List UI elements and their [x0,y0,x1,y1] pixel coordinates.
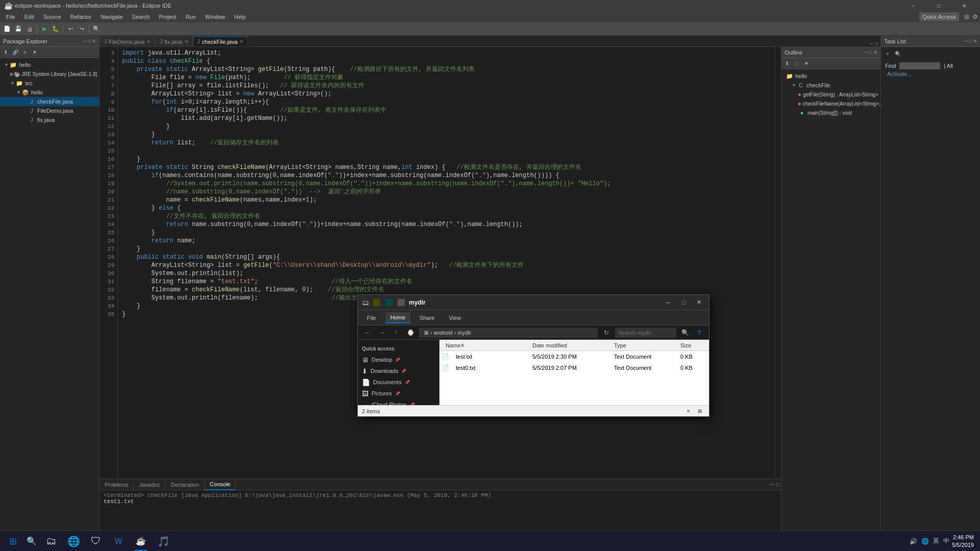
outline-minimize[interactable]: ─ [865,49,868,55]
menu-edit[interactable]: Edit [20,13,38,21]
menu-search[interactable]: Search [128,13,154,21]
tree-item-jre[interactable]: ▶ 📚 JRE System Library [JavaSE-1.8] [0,69,99,79]
editor-maximize[interactable]: □ [875,41,878,46]
outline-checkfile-class[interactable]: ▼ C checkFile [781,81,880,90]
start-button[interactable]: ⊞ [2,531,23,552]
tree-item-fix[interactable]: J fix.java [0,115,99,124]
fe-col-name[interactable]: Name ∧ [442,342,528,348]
toolbar-undo[interactable]: ↩ [65,24,76,34]
panel-maximize-btn[interactable]: □ [88,38,91,44]
close-button[interactable]: ✕ [952,0,976,11]
fe-view-details[interactable]: ≡ [683,407,694,416]
tab-close-filedemo[interactable]: ✕ [146,39,151,44]
fe-refresh-btn[interactable]: ↻ [601,327,612,338]
fe-tab-home[interactable]: Home [385,312,410,323]
tab-javadoc[interactable]: Javadoc [134,479,165,490]
fe-forward-btn[interactable]: → [376,327,387,338]
tab-fix[interactable]: J fix.java ✕ [155,36,192,46]
fe-up-btn[interactable]: ↑ [390,327,402,338]
outline-main[interactable]: ● main(String[]) : void [781,108,880,117]
toolbar-search[interactable]: 🔍 [91,24,102,34]
tab-close-checkfile[interactable]: ✕ [239,39,243,44]
pkg-collapse[interactable]: ⬆ [1,48,10,57]
tray-volume[interactable]: 🔊 [908,538,919,545]
fe-col-type[interactable]: Type [610,342,676,348]
fe-minimize-btn[interactable]: ─ [662,298,674,307]
fe-back-btn[interactable]: ← [362,327,373,338]
fe-help-btn[interactable]: ? [694,327,705,338]
outline-checkfilename[interactable]: ● checkFileName(ArrayList<String>, Str..… [781,99,880,108]
quick-access-box[interactable]: Quick Access [919,12,959,21]
tab-console[interactable]: Console [205,479,236,490]
menu-help[interactable]: Help [230,13,250,21]
fe-sidebar-downloads[interactable]: ⬇ Downloads 📌 [358,365,439,377]
fe-col-size[interactable]: Size [676,342,707,348]
fe-sidebar-desktop[interactable]: 🖥 Desktop 📌 [358,354,439,365]
bottom-panel-maximize[interactable]: □ [776,482,779,487]
editor-minimize[interactable]: ─ [870,41,873,46]
fe-sidebar-documents[interactable]: 📄 Documents 📌 [358,377,439,388]
taskbar-search-btn[interactable]: 🔍 [23,531,40,552]
outline-hello[interactable]: 📁 hello [781,71,880,81]
toolbar-redo[interactable]: ↪ [77,24,87,34]
pkg-link[interactable]: 🔗 [11,48,20,57]
tasklist-maximize[interactable]: □ [969,38,972,44]
tree-item-checkfile[interactable]: J checkFile.java [0,97,99,106]
maximize-button[interactable]: □ [927,0,950,11]
menu-file[interactable]: File [2,13,19,21]
minimize-button[interactable]: − [901,0,925,11]
fe-sidebar-pictures[interactable]: 🖼 Pictures 📌 [358,388,439,399]
fe-close-btn[interactable]: ✕ [693,298,705,307]
toolbar-extra-2[interactable]: ⚙ [972,13,978,20]
outline-getfile[interactable]: ● getFile(String) : ArrayList<String> [781,90,880,99]
tasklist-minimize[interactable]: ─ [964,38,968,44]
taskbar-browser[interactable]: 🌐 [62,531,85,552]
fe-path-breadcrumb[interactable]: 🖥 › android › mydir [419,328,598,338]
tasklist-find-input[interactable] [899,62,940,69]
tree-item-package-hello[interactable]: ▼ 📦 hello [0,88,99,97]
bottom-panel-minimize[interactable]: ─ [770,482,774,487]
tree-item-filedemo[interactable]: J FileDemo.java [0,106,99,115]
fe-tab-share[interactable]: Share [414,313,439,323]
outline-sort[interactable]: ↕ [792,59,801,68]
outline-collapse[interactable]: ⬆ [782,59,792,68]
tab-checkfile[interactable]: J checkFile.java ✕ [193,36,249,46]
outline-maximize[interactable]: □ [869,49,872,55]
menu-source[interactable]: Source [39,13,65,21]
toolbar-extra-1[interactable]: ⊞ [964,13,969,20]
tab-close-fix[interactable]: ✕ [184,39,188,44]
taskbar-clock[interactable]: 2:46 PM 5/5/2019 [952,534,974,548]
fe-search-btn[interactable]: 🔍 [679,327,691,338]
editor-scrollbar[interactable] [775,47,781,479]
panel-close-btn[interactable]: ✕ [92,38,96,44]
file-row-test-txt[interactable]: 📄 test.txt 5/5/2019 2:30 PM Text Documen… [439,351,709,362]
taskbar-antivirus[interactable]: 🛡 [85,531,107,552]
menu-navigate[interactable]: Navigate [96,13,127,21]
menu-refactor[interactable]: Refactor [66,13,96,21]
fe-maximize-btn[interactable]: □ [677,298,690,307]
pkg-filter[interactable]: ▼ [30,48,39,57]
menu-window[interactable]: Window [201,13,229,21]
fe-view-large[interactable]: ⊞ [695,407,705,416]
toolbar-debug[interactable]: 🐛 [51,24,61,34]
tasklist-filter[interactable]: 🔍 [893,49,902,58]
outline-filter[interactable]: ▼ [802,59,811,68]
tree-item-hello-project[interactable]: ▼ 📁 hello [0,60,99,69]
tasklist-activate[interactable]: Activate... [885,69,914,79]
tab-problems[interactable]: Problems [100,479,134,490]
fe-sidebar-icloudphotos[interactable]: ☁ iCloud Photos 📌 [358,399,439,405]
toolbar-run[interactable]: ▶ [39,24,50,34]
tasklist-new[interactable]: + [883,49,892,58]
tray-network[interactable]: 🌐 [920,538,930,545]
tray-ime-en[interactable]: 英 [932,537,941,545]
taskbar-music[interactable]: 🎵 [152,531,175,552]
toolbar-save[interactable]: 💾 [13,24,23,34]
menu-run[interactable]: Run [182,13,200,21]
menu-project[interactable]: Project [155,13,180,21]
fe-tab-file[interactable]: File [362,313,381,323]
taskbar-word[interactable]: W [107,531,130,552]
taskbar-explorer[interactable]: 🗂 [40,531,62,552]
tab-filedemo[interactable]: J FileDemo.java ✕ [100,36,155,46]
tasklist-close[interactable]: ✕ [973,38,977,44]
panel-minimize-btn[interactable]: ─ [83,38,87,44]
